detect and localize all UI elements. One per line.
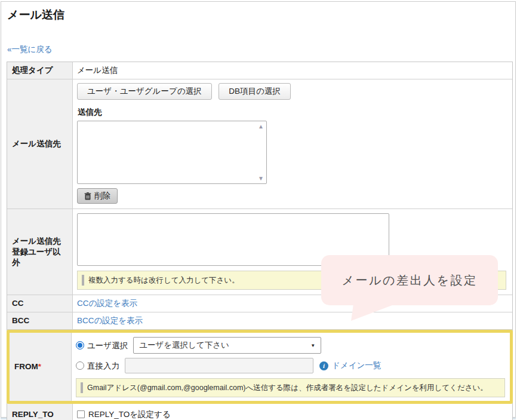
page-frame: メール送信 «一覧に戻る 処理タイプ メール送信 メール送信先 ユーザ・ユーザグ… [1, 1, 516, 418]
chevron-down-icon: ▼ [310, 343, 315, 348]
user-select-dropdown[interactable]: ユーザを選択して下さい ▼ [133, 337, 321, 354]
bcc-label: BCC [7, 312, 73, 329]
mail-settings-table: 処理タイプ メール送信 メール送信先 ユーザ・ユーザグループの選択 DB項目の選… [7, 62, 513, 420]
select-db-item-button[interactable]: DB項目の選択 [219, 83, 291, 100]
page-title: メール送信 [7, 7, 512, 23]
trash-icon [84, 192, 91, 200]
gmail-note: Gmailアドレス(@gmail.com,@googlemail.com)へ送信… [76, 378, 505, 397]
tooltip-tail [351, 304, 396, 321]
process-type-row: 処理タイプ メール送信 [7, 62, 512, 79]
reply-to-checkbox-label: REPLY_TOを設定する [88, 409, 171, 420]
destination-label: 送信先 [78, 107, 508, 117]
from-row-wrapper: FROM* ユーザ選択 ユーザを選択して下さい ▼ 直接入力 [7, 330, 512, 404]
user-select-radio[interactable] [76, 341, 84, 350]
info-icon[interactable]: i [319, 361, 328, 370]
back-to-list-link[interactable]: «一覧に戻る [7, 44, 53, 55]
destination-listbox[interactable]: ▲ ▼ [77, 121, 267, 184]
scroll-down-icon[interactable]: ▼ [258, 175, 264, 182]
cc-settings-link[interactable]: CCの設定を表示 [77, 298, 137, 309]
process-type-label: 処理タイプ [7, 62, 73, 79]
direct-input-radio-label: 直接入力 [87, 361, 119, 371]
user-select-radio-label: ユーザ選択 [87, 341, 128, 351]
domain-list-link[interactable]: ドメイン一覧 [332, 360, 381, 371]
from-label: FROM* [10, 333, 72, 401]
reply-to-label: REPLY_TO [7, 404, 73, 420]
recipient-buttons: ユーザ・ユーザグループの選択 DB項目の選択 [77, 83, 508, 100]
reply-to-checkbox[interactable] [77, 410, 85, 418]
required-mark: * [38, 362, 41, 371]
bcc-row: BCC BCCの設定を表示 [7, 312, 512, 330]
process-type-value: メール送信 [73, 62, 512, 79]
direct-input-radio[interactable] [76, 361, 84, 370]
direct-input-field[interactable] [125, 358, 313, 373]
delete-button-label: 削除 [94, 191, 110, 201]
select-user-group-button[interactable]: ユーザ・ユーザグループの選択 [77, 83, 212, 100]
recipient-external-label: メール送信先 登録ユーザ以外 [7, 209, 73, 295]
tooltip-set-mail-sender: メールの差出人を設定 [321, 255, 498, 305]
from-row-highlight: FROM* ユーザ選択 ユーザを選択して下さい ▼ 直接入力 [7, 330, 513, 404]
reply-to-row: REPLY_TO REPLY_TOを設定する [7, 404, 512, 420]
cc-label: CC [7, 295, 73, 312]
recipient-label: メール送信先 [7, 79, 73, 209]
bcc-settings-link[interactable]: BCCの設定を表示 [77, 315, 143, 326]
scroll-up-icon[interactable]: ▲ [258, 123, 264, 130]
recipient-row: メール送信先 ユーザ・ユーザグループの選択 DB項目の選択 送信先 ▲ ▼ [7, 79, 512, 209]
delete-button[interactable]: 削除 [77, 188, 118, 204]
